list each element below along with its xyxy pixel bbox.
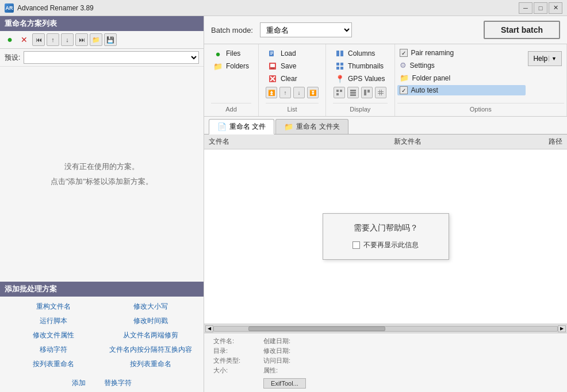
display-arrows: [333, 84, 387, 101]
list-clear-label: Clear: [281, 75, 297, 83]
preset-select[interactable]: [24, 51, 199, 64]
help-dropdown-arrow: ▼: [549, 56, 557, 62]
tab-files-label: 重命名 文件: [229, 122, 266, 132]
list-clear-button[interactable]: Clear: [266, 73, 319, 84]
attributes-label: 属性:: [263, 366, 278, 375]
method-rename-files[interactable]: 重构文件名: [5, 300, 102, 313]
dir-label: 目录:: [213, 347, 228, 355]
list-arrow-down-bottom[interactable]: ⏬: [307, 87, 319, 98]
add-files-button[interactable]: ● Files: [211, 48, 251, 59]
method-file-attributes[interactable]: 修改文件属性: [5, 329, 102, 342]
preset-label: 预设:: [5, 53, 20, 63]
exiftool-button[interactable]: ExifTool...: [263, 378, 306, 389]
method-add[interactable]: 添加: [68, 376, 89, 390]
scrollbar-thumb[interactable]: [248, 326, 386, 331]
tab-rename-folders[interactable]: 📁 重命名 文件夹: [275, 119, 348, 134]
col-path: 路径: [474, 137, 562, 147]
method-toolbar: ● ✕ ⏮ ↑ ↓ ⏭ 📁 💾: [0, 31, 204, 49]
display-arrow-1[interactable]: [334, 87, 345, 98]
method-move-chars[interactable]: 移动字符: [5, 343, 102, 356]
list-arrow-up[interactable]: ↑: [279, 87, 291, 98]
display-columns-label: Columns: [348, 49, 375, 57]
scroll-left-button[interactable]: ◀: [205, 325, 213, 332]
tab-rename-files[interactable]: 📄 重命名 文件: [209, 119, 274, 134]
auto-test-checkbox: ✓: [400, 86, 408, 94]
display-arrow-4[interactable]: [375, 87, 386, 98]
tab-files-icon: 📄: [217, 122, 227, 131]
pair-renaming-option[interactable]: ✓ Pair renaming: [397, 48, 526, 58]
method-rename-by-list1[interactable]: 按列表重命名: [5, 358, 102, 371]
open-method-button[interactable]: 📁: [90, 33, 102, 46]
add-files-label: Files: [226, 49, 240, 57]
display-arrow-2[interactable]: [347, 87, 359, 98]
up-method-button[interactable]: ↑: [47, 33, 59, 46]
method-change-case[interactable]: 修改大小写: [102, 300, 199, 313]
svg-rect-20: [350, 92, 356, 94]
folder-panel-icon: 📁: [400, 74, 409, 82]
type-label: 文件类型:: [213, 356, 240, 365]
no-show-checkbox[interactable]: [353, 241, 360, 249]
method-change-timestamp[interactable]: 修改时间戳: [102, 314, 199, 328]
save-method-button[interactable]: 💾: [104, 33, 117, 46]
folder-panel-option[interactable]: 📁 Folder panel: [397, 72, 526, 83]
help-popup: 需要入门帮助吗？ 不要再显示此信息: [323, 213, 449, 260]
add-method-button[interactable]: ●: [3, 33, 16, 46]
options-help-row: ✓ Pair renaming ⚙ Settings 📁 Folder pane…: [397, 48, 565, 101]
display-columns-button[interactable]: Columns: [333, 48, 387, 59]
no-method-line1: 没有正在使用的方案。: [64, 159, 139, 174]
scroll-right-button[interactable]: ▶: [558, 325, 566, 332]
help-popup-checkbox-row[interactable]: 不要再显示此信息: [337, 240, 435, 250]
close-button[interactable]: ✕: [549, 2, 562, 14]
list-load-label: Load: [281, 49, 296, 57]
list-arrow-down[interactable]: ↓: [293, 87, 305, 98]
help-button[interactable]: Help ▼: [528, 51, 562, 66]
svg-rect-16: [336, 90, 339, 92]
maximize-button[interactable]: □: [534, 2, 547, 14]
delete-method-button[interactable]: ✕: [18, 33, 30, 46]
svg-rect-14: [336, 67, 339, 70]
svg-rect-22: [364, 90, 366, 95]
list-load-button[interactable]: Load: [266, 48, 319, 59]
title-bar: AR Advanced Renamer 3.89 ─ □ ✕: [0, 0, 567, 16]
minimize-button[interactable]: ─: [519, 2, 532, 14]
list-arrows: ⏫ ↑ ↓ ⏬: [266, 84, 319, 101]
start-batch-button[interactable]: Start batch: [484, 21, 560, 39]
list-arrow-up-top[interactable]: ⏫: [266, 87, 277, 98]
display-arrow-3[interactable]: [361, 87, 373, 98]
display-thumbnails-icon: [335, 62, 344, 71]
add-batch-header: 添加批处理方案: [0, 282, 204, 297]
auto-test-option[interactable]: ✓ Auto test: [397, 85, 526, 95]
method-swap-content[interactable]: 文件名内按分隔符互换内容: [102, 343, 199, 356]
list-load-icon: [268, 49, 277, 58]
display-gps-icon: 📍: [335, 74, 344, 83]
method-rename-by-list2[interactable]: 按列表重命名: [102, 358, 199, 371]
left-panel: 重命名方案列表 ● ✕ ⏮ ↑ ↓ ⏭ 📁 💾 预设: 没有正在使用的方案。 点…: [0, 16, 204, 392]
first-method-button[interactable]: ⏮: [32, 33, 45, 46]
display-thumbnails-button[interactable]: Thumbnails: [333, 60, 387, 72]
add-section-items: ● Files 📁 Folders: [211, 48, 251, 101]
toolbar-area: ● Files 📁 Folders Add: [204, 44, 567, 117]
method-trim-name[interactable]: 从文件名两端修剪: [102, 329, 199, 342]
no-method-line2: 点击"添加"标签以添加新方案。: [51, 174, 153, 189]
list-save-button[interactable]: Save: [266, 60, 319, 72]
size-label: 大小:: [213, 366, 228, 375]
settings-label: Settings: [410, 62, 435, 70]
add-folders-button[interactable]: 📁 Folders: [211, 60, 251, 72]
down-method-button[interactable]: ↓: [61, 33, 74, 46]
modified-label: 修改日期:: [263, 347, 290, 355]
list-save-label: Save: [281, 62, 296, 70]
table-header: 文件名 新文件名 路径: [204, 134, 567, 149]
toolbar-options-section: ✓ Pair renaming ⚙ Settings 📁 Folder pane…: [395, 44, 568, 116]
horizontal-scrollbar[interactable]: ◀ ▶: [204, 324, 567, 333]
scrollbar-track[interactable]: [213, 326, 558, 332]
method-run-script[interactable]: 运行脚本: [5, 314, 102, 328]
method-list-header: 重命名方案列表: [0, 16, 204, 31]
method-replace-chars[interactable]: 替换字符: [101, 376, 135, 390]
batch-mode-select[interactable]: 重命名 复制 移动 删除: [260, 22, 352, 37]
settings-option[interactable]: ⚙ Settings: [397, 60, 526, 71]
display-section-label: Display: [333, 103, 387, 113]
display-gps-label: GPS Values: [348, 75, 385, 83]
display-gps-button[interactable]: 📍 GPS Values: [333, 73, 387, 84]
svg-rect-18: [336, 93, 339, 95]
last-method-button[interactable]: ⏭: [75, 33, 88, 46]
